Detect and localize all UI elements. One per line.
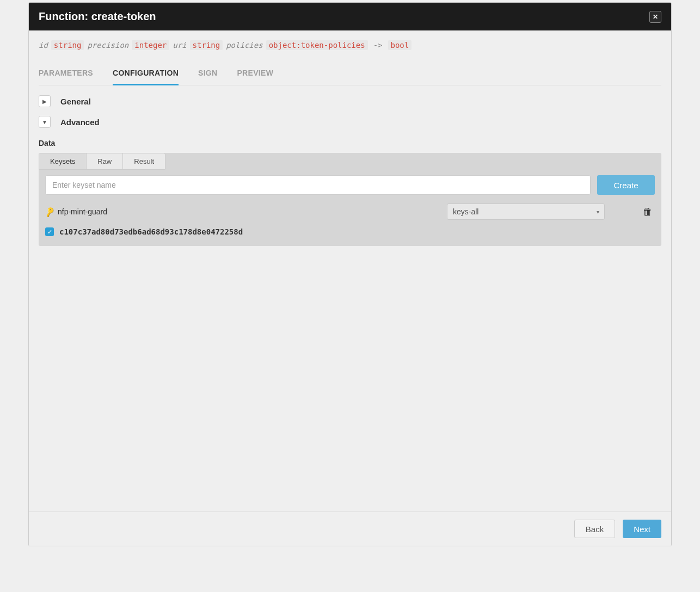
keyset-create-bar: Create (39, 170, 661, 200)
disclosure-advanced[interactable]: ▼ (39, 116, 51, 128)
close-button[interactable]: ✕ (649, 11, 661, 23)
predicate-select[interactable] (447, 203, 605, 220)
subtab-result[interactable]: Result (123, 153, 165, 169)
section-title-advanced: Advanced (60, 118, 100, 127)
modal-header: Function: create-token ✕ (29, 3, 671, 30)
param-type: string (51, 40, 84, 50)
section-general: ▶ General (39, 95, 661, 107)
check-icon: ✓ (47, 229, 52, 236)
param-type: object:token-policies (266, 40, 368, 50)
modal-footer: Back Next (29, 511, 671, 546)
return-type: bool (388, 40, 412, 50)
disclosure-general[interactable]: ▶ (39, 95, 51, 107)
subtab-raw[interactable]: Raw (87, 153, 123, 169)
function-signature: id string precision integer uri string p… (39, 40, 661, 50)
trash-icon: 🗑 (643, 206, 653, 217)
modal-title: Function: create-token (39, 10, 156, 23)
key-icon: 🔑 (44, 206, 56, 218)
back-button[interactable]: Back (574, 520, 615, 538)
section-title-general: General (60, 97, 91, 106)
tab-configuration[interactable]: CONFIGURATION (113, 69, 179, 85)
data-label: Data (39, 139, 661, 147)
keyset-name-input[interactable] (45, 175, 591, 195)
next-button[interactable]: Next (623, 520, 661, 538)
data-subtabs: Keysets Raw Result (39, 153, 165, 170)
param-type: integer (132, 40, 169, 50)
tab-preview[interactable]: PREVIEW (237, 69, 273, 85)
delete-keyset-button[interactable]: 🗑 (643, 206, 653, 218)
key-hash: c107c37ad80d73edb6ad68d93c178d8e0472258d (59, 227, 243, 236)
keyset-row: 🔑 nfp-mint-guard 🗑 (39, 200, 661, 223)
main-tabs: PARAMETERS CONFIGURATION SIGN PREVIEW (39, 69, 661, 85)
section-advanced: ▼ Advanced (39, 116, 661, 128)
tab-parameters[interactable]: PARAMETERS (39, 69, 93, 85)
keyset-name-label: 🔑 nfp-mint-guard (45, 207, 107, 216)
key-checkbox[interactable]: ✓ (45, 227, 54, 236)
create-keyset-button[interactable]: Create (597, 175, 655, 195)
modal-body: id string precision integer uri string p… (29, 30, 671, 511)
param-name: policies (226, 41, 262, 50)
tab-sign[interactable]: SIGN (198, 69, 217, 85)
param-type: string (190, 40, 223, 50)
arrow: -> (371, 41, 385, 50)
chevron-right-icon: ▶ (42, 98, 47, 104)
function-modal: Function: create-token ✕ id string preci… (28, 2, 672, 546)
param-name: id (39, 41, 48, 50)
close-icon: ✕ (653, 13, 658, 21)
chevron-down-icon: ▼ (42, 119, 47, 125)
param-name: precision (87, 41, 128, 50)
subtab-keysets[interactable]: Keysets (39, 153, 87, 169)
key-entry: ✓ c107c37ad80d73edb6ad68d93c178d8e047225… (39, 223, 661, 236)
keyset-name-text: nfp-mint-guard (58, 207, 107, 216)
data-panel: Keysets Raw Result Create 🔑 nfp-mint-gua… (39, 153, 661, 246)
predicate-select-wrap (447, 203, 605, 220)
param-name: uri (173, 41, 186, 50)
